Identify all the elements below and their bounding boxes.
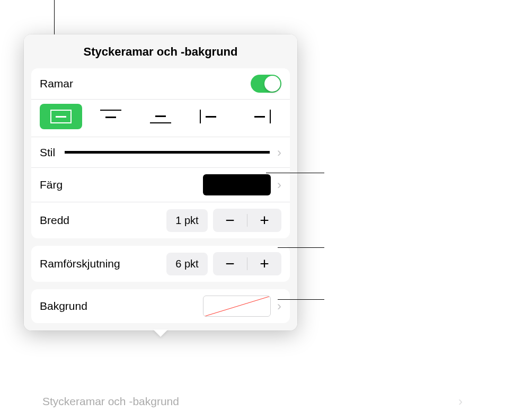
row-bredd: Bredd 1 pkt − + (31, 202, 290, 238)
no-color-swatch (203, 296, 271, 317)
ramforskjutning-value[interactable]: 6 pkt (166, 253, 208, 275)
ramar-toggle[interactable] (251, 75, 281, 93)
callout-line-stil (266, 173, 324, 173)
ramforskjutning-decrement-button[interactable]: − (213, 252, 247, 275)
section-background: Bakgrund › (31, 289, 290, 323)
ramforskjutning-stepper: − + (213, 252, 281, 275)
ramforskjutning-increment-button[interactable]: + (247, 252, 281, 275)
row-ramforskjutning: Ramförskjutning 6 pkt − + (31, 246, 290, 282)
border-left-button[interactable] (189, 104, 232, 129)
bredd-value[interactable]: 1 pkt (166, 209, 208, 232)
color-swatch (203, 174, 271, 195)
border-bottom-button[interactable] (139, 104, 182, 129)
border-position-group (31, 100, 290, 137)
underlying-row[interactable]: Styckeramar och -bakgrund › (32, 387, 473, 416)
section-offset: Ramförskjutning 6 pkt − + (31, 246, 290, 282)
bredd-decrement-button[interactable]: − (213, 209, 247, 232)
chevron-right-icon: › (277, 177, 281, 192)
section-borders: Ramar (31, 68, 290, 238)
border-bottom-icon (150, 110, 171, 123)
border-top-icon (100, 110, 121, 123)
stil-label: Stil (40, 146, 55, 159)
popover-title: Styckeramar och -bakgrund (24, 34, 297, 68)
popover-arrow (153, 329, 168, 337)
row-ramar: Ramar (31, 68, 290, 100)
bredd-increment-button[interactable]: + (247, 209, 281, 232)
farg-label: Färg (40, 178, 63, 191)
border-left-icon (200, 110, 221, 123)
callout-line-bredd (278, 247, 324, 248)
chevron-right-icon: › (277, 145, 281, 160)
chevron-right-icon: › (277, 299, 281, 314)
ramar-label: Ramar (40, 77, 73, 90)
border-all-icon (50, 110, 72, 123)
bredd-label: Bredd (40, 214, 69, 227)
row-farg[interactable]: Färg › (31, 168, 290, 202)
border-top-button[interactable] (90, 104, 132, 129)
border-right-icon (250, 110, 271, 123)
row-stil[interactable]: Stil › (31, 137, 290, 168)
line-style-preview (65, 151, 270, 154)
callout-line-ramforskjutning (278, 299, 324, 300)
row-bakgrund[interactable]: Bakgrund › (31, 289, 290, 323)
ramforskjutning-label: Ramförskjutning (40, 257, 120, 270)
underlying-label: Styckeramar och -bakgrund (42, 395, 179, 408)
bakgrund-label: Bakgrund (40, 300, 87, 312)
bredd-stepper: − + (213, 209, 281, 232)
border-all-button[interactable] (40, 104, 82, 129)
callout-line-top (54, 0, 55, 34)
popover-panel: Styckeramar och -bakgrund Ramar (24, 34, 297, 330)
border-right-button[interactable] (239, 104, 281, 129)
chevron-right-icon: › (458, 394, 463, 409)
